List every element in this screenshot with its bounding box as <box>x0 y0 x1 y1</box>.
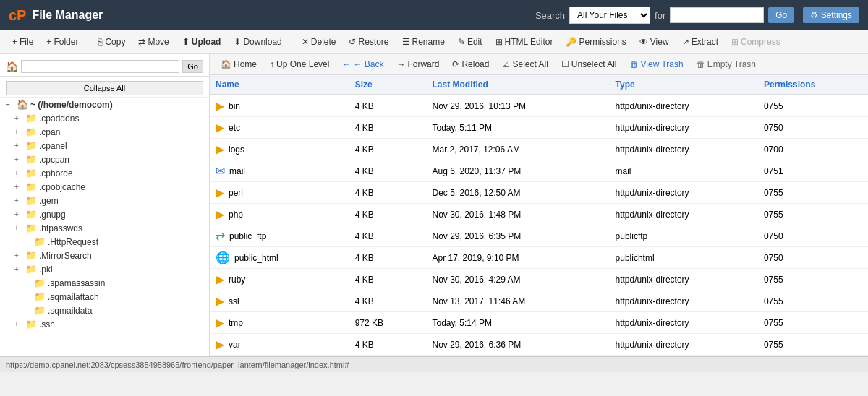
file-size: 4 KB <box>349 95 427 117</box>
settings-button[interactable]: ⚙ Settings <box>803 7 859 23</box>
file-name-cell[interactable]: ▶ logs <box>210 139 349 160</box>
view-trash-button[interactable]: 🗑 View Trash <box>625 57 689 72</box>
file-modified: Apr 17, 2019, 9:10 PM <box>426 247 609 269</box>
file-name-cell[interactable]: ▶ etc <box>210 117 349 139</box>
tree-item-cpobjcache[interactable]: + 📁 .cpobjcache <box>3 180 209 194</box>
download-button[interactable]: ⬇ Download <box>229 35 286 49</box>
tree-item-gnupg[interactable]: + 📁 .gnupg <box>3 207 209 221</box>
file-type: httpd/unix-directory <box>610 95 758 117</box>
col-modified[interactable]: Last Modified <box>426 75 609 95</box>
move-button[interactable]: ⇄ Move <box>133 35 174 49</box>
file-name-cell[interactable]: ▶ bin <box>210 95 349 117</box>
collapse-all-button[interactable]: Collapse All <box>6 81 203 95</box>
copy-button[interactable]: ⎘ Copy <box>93 35 130 49</box>
tree-item-label: ~ (/home/democom) <box>30 100 113 110</box>
tree-item-cphorde[interactable]: + 📁 .cphorde <box>3 166 209 180</box>
search-go-button[interactable]: Go <box>768 7 794 23</box>
restore-button[interactable]: ↺ Restore <box>344 35 393 49</box>
expand-icon: + <box>14 320 23 328</box>
file-name-cell[interactable]: ▶ tmp <box>210 312 349 334</box>
file-name-cell[interactable]: ▶ php <box>210 204 349 225</box>
table-row[interactable]: ▶ tmp 972 KB Today, 5:14 PM httpd/unix-d… <box>210 312 868 334</box>
upload-button[interactable]: ⬆ Upload <box>177 35 226 49</box>
extract-button[interactable]: ↗ Extract <box>677 35 723 49</box>
search-scope-select[interactable]: All Your Files Current Folder <box>569 7 650 24</box>
empty-trash-button[interactable]: 🗑 Empty Trash <box>692 57 761 72</box>
table-row[interactable]: ▶ logs 4 KB Mar 2, 2017, 12:06 AM httpd/… <box>210 139 868 160</box>
reload-button[interactable]: ⟳ Reload <box>447 57 494 72</box>
file-permissions: 0755 <box>758 312 868 334</box>
unselect-all-button[interactable]: ☐ Unselect All <box>556 57 622 72</box>
col-name[interactable]: Name <box>210 75 349 95</box>
tree-item-cpanel[interactable]: + 📁 .cpanel <box>3 139 209 152</box>
new-folder-button[interactable]: + Folder <box>41 35 83 49</box>
tree-item-cpan[interactable]: + 📁 .cpan <box>3 125 209 139</box>
tree-item-sqmaildata[interactable]: 📁 .sqmaildata <box>3 304 209 317</box>
file-name-cell[interactable]: 📄 .bash_logout <box>210 356 349 357</box>
file-type: publicftp <box>610 225 758 247</box>
folder-icon: 📁 <box>25 113 37 124</box>
table-row[interactable]: 🌐 public_html 4 KB Apr 17, 2019, 9:10 PM… <box>210 247 868 269</box>
tree-item-sqmailattach[interactable]: 📁 .sqmailattach <box>3 290 209 304</box>
rename-button[interactable]: ☰ Rename <box>397 35 450 49</box>
expand-icon: + <box>14 169 23 177</box>
table-row[interactable]: ▶ perl 4 KB Dec 5, 2016, 12:50 AM httpd/… <box>210 182 868 204</box>
table-row[interactable]: ▶ etc 4 KB Today, 5:11 PM httpd/unix-dir… <box>210 117 868 139</box>
sidebar-go-button[interactable]: Go <box>182 60 203 73</box>
tree-item-root[interactable]: − 🏠 ~ (/home/democom) <box>3 98 209 111</box>
table-row[interactable]: ▶ var 4 KB Nov 29, 2016, 6:36 PM httpd/u… <box>210 334 868 356</box>
col-permissions[interactable]: Permissions <box>758 75 868 95</box>
table-row[interactable]: ▶ php 4 KB Nov 30, 2016, 1:48 PM httpd/u… <box>210 204 868 225</box>
folder-icon: 📁 <box>34 236 46 247</box>
file-name-cell[interactable]: ▶ perl <box>210 182 349 204</box>
table-row[interactable]: ✉ mail 4 KB Aug 6, 2020, 11:37 PM mail 0… <box>210 160 868 182</box>
tree-item-pki[interactable]: + 📁 .pki <box>3 262 209 276</box>
path-input[interactable] <box>21 60 179 73</box>
up-one-level-button[interactable]: ↑ Up One Level <box>265 57 334 72</box>
compress-button[interactable]: ⊞ Compress <box>726 35 786 49</box>
col-type[interactable]: Type <box>610 75 758 95</box>
back-button[interactable]: ← ← Back <box>337 57 388 72</box>
view-button[interactable]: 👁 View <box>634 35 674 49</box>
file-modified: Aug 6, 2020, 11:37 PM <box>426 160 609 182</box>
html-editor-button[interactable]: ⊞ HTML Editor <box>490 35 558 49</box>
file-icon: ▶ <box>216 99 224 113</box>
tree-item-htpasswds[interactable]: + 📁 .htpasswds <box>3 221 209 235</box>
folder-icon: 📁 <box>25 140 37 151</box>
home-button[interactable]: 🏠 Home <box>216 57 262 72</box>
tree-item-ssh[interactable]: + 📁 .ssh <box>3 317 209 331</box>
tree-item-httprequest[interactable]: 📁 .HttpRequest <box>3 235 209 249</box>
table-row[interactable]: ▶ ruby 4 KB Nov 30, 2016, 4:29 AM httpd/… <box>210 269 868 290</box>
table-row[interactable]: ▶ bin 4 KB Nov 29, 2016, 10:13 PM httpd/… <box>210 95 868 117</box>
table-row[interactable]: ▶ ssl 4 KB Nov 13, 2017, 11:46 AM httpd/… <box>210 290 868 312</box>
tree-item-cpcpan[interactable]: + 📁 .cpcpan <box>3 152 209 166</box>
delete-button[interactable]: ✕ Delete <box>297 35 341 49</box>
edit-button[interactable]: ✎ Edit <box>453 35 488 49</box>
file-name-cell[interactable]: ▶ ruby <box>210 269 349 290</box>
file-name-cell[interactable]: 🌐 public_html <box>210 247 349 269</box>
tree-item-label: .ssh <box>39 319 55 330</box>
file-type: text/x-generic <box>610 356 758 357</box>
tree-item-spamassassin[interactable]: 📁 .spamassassin <box>3 276 209 290</box>
file-modified: Mar 2, 2017, 12:06 AM <box>426 139 609 160</box>
file-name-cell[interactable]: ⇄ public_ftp <box>210 225 349 247</box>
file-name-cell[interactable]: ▶ ssl <box>210 290 349 312</box>
table-row[interactable]: 📄 .bash_logout 18 bytes Nov 29, 2016, 6:… <box>210 356 868 357</box>
file-icon: ▶ <box>216 207 224 221</box>
file-name-cell[interactable]: ✉ mail <box>210 160 349 182</box>
col-size[interactable]: Size <box>349 75 427 95</box>
tree-item-gem[interactable]: + 📁 .gem <box>3 194 209 207</box>
forward-button[interactable]: → Forward <box>391 57 444 72</box>
move-icon: ⇄ <box>138 37 145 47</box>
file-name-cell[interactable]: ▶ var <box>210 334 349 356</box>
file-icon: ▶ <box>216 294 224 308</box>
tree-item-mirrorsearch[interactable]: + 📁 .MirrorSearch <box>3 249 209 262</box>
file-size: 4 KB <box>349 182 427 204</box>
tree-item-cpaddons[interactable]: + 📁 .cpaddons <box>3 111 209 125</box>
status-url: https://demo.cpanel.net:2083/cpsess38549… <box>6 361 349 369</box>
search-input[interactable] <box>670 7 764 23</box>
select-all-button[interactable]: ☑ Select All <box>497 57 553 72</box>
table-row[interactable]: ⇄ public_ftp 4 KB Nov 29, 2016, 6:35 PM … <box>210 225 868 247</box>
permissions-button[interactable]: 🔑 Permissions <box>561 35 631 49</box>
new-file-button[interactable]: + File <box>7 35 38 49</box>
